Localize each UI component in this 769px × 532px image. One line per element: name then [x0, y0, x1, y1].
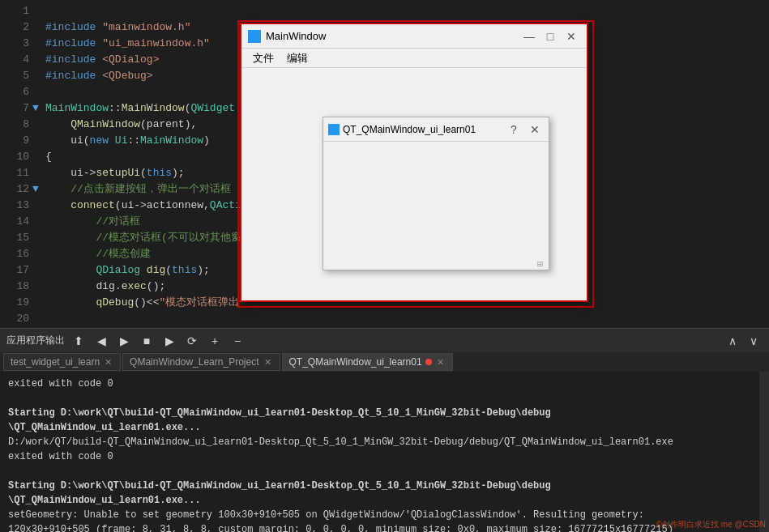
qt-dialog-title: QT_QMainWindow_ui_learn01	[343, 124, 505, 135]
output-line-7	[8, 464, 761, 479]
output-scrollbar[interactable]	[759, 372, 769, 532]
qt-dialog-controls: ? ✕	[505, 121, 544, 138]
output-line-4: \QT_QMainWindow_ui_learn01.exe...	[8, 420, 761, 435]
qt-dialog-resize-handle[interactable]: ⊞	[537, 258, 547, 268]
qt-dialog-body: ⊞	[323, 142, 549, 270]
qt-menu-file[interactable]: 文件	[246, 51, 280, 66]
output-line-5: D:/work/QT/build-QT_QMainWindow_ui_learn…	[8, 435, 761, 449]
tab-qmainwindow-learn-label: QMainWindow_Learn_Project	[130, 356, 258, 368]
qt-main-close-button[interactable]: ✕	[562, 28, 580, 45]
csdn-watermark: ©️创作明白求近找 me @CSDN	[656, 519, 766, 530]
toolbar-stop-button[interactable]: ■	[138, 332, 156, 350]
tab-qt-qmainwindow-label: QT_QMainWindow_ui_learn01	[289, 356, 422, 368]
tab-error-indicator	[425, 359, 432, 365]
qt-menubar: 文件 编辑	[241, 49, 587, 68]
qt-dialog-icon	[328, 124, 340, 135]
tab-qmainwindow-learn-close[interactable]: ✕	[263, 356, 273, 368]
qt-main-window[interactable]: MainWindow — □ ✕ 文件 编辑 QT_QMainWindow_ui…	[240, 23, 588, 302]
qt-main-maximize-button[interactable]: □	[541, 28, 559, 45]
line-numbers: 1 2 3 4 5 6 7 8 9 10 11 12 13 14 15 16 1…	[0, 0, 32, 328]
qt-main-minimize-button[interactable]: —	[520, 28, 538, 45]
tabs-area: test_widget_ui_learn ✕ QMainWindow_Learn…	[0, 352, 769, 372]
toolbar-expand-button[interactable]: ∨	[745, 332, 763, 350]
qt-main-body: QT_QMainWindow_ui_learn01 ? ✕ ⊞	[241, 68, 587, 299]
toolbar-right: ∧ ∨	[724, 332, 763, 350]
toolbar-play-button[interactable]: ▶	[160, 332, 178, 350]
output-line-10: setGeometry: Unable to set geometry 100x…	[8, 508, 761, 522]
output-line-8: Starting D:\work\QT\build-QT_QMainWindow…	[8, 479, 761, 493]
toolbar-remove-button[interactable]: −	[229, 332, 246, 350]
toolbar-collapse-button[interactable]: ∧	[724, 332, 741, 350]
toolbar-refresh-button[interactable]: ⟳	[183, 332, 201, 350]
qt-menu-edit[interactable]: 编辑	[280, 51, 314, 66]
qt-dialog-title-bar: QT_QMainWindow_ui_learn01 ? ✕	[323, 117, 549, 142]
output-line-2	[8, 391, 761, 406]
toolbar-label: 应用程序输出	[6, 334, 65, 347]
output-line-1: exited with code 0	[8, 377, 761, 391]
tab-qt-qmainwindow-active[interactable]: QT_QMainWindow_ui_learn01 ✕	[282, 353, 453, 371]
qt-dialog-close-button[interactable]: ✕	[526, 121, 544, 138]
output-line-6: exited with code 0	[8, 449, 761, 464]
tab-qt-qmainwindow-close[interactable]: ✕	[435, 356, 446, 368]
toolbar-prev-button[interactable]: ◀	[92, 332, 110, 350]
arrow-column: ▼ ▼	[32, 0, 45, 328]
tab-test-widget[interactable]: test_widget_ui_learn ✕	[3, 353, 121, 371]
tab-qmainwindow-learn[interactable]: QMainWindow_Learn_Project ✕	[122, 353, 280, 371]
output-line-11: 120x30+910+505 (frame: 8, 31, 8, 8, cust…	[8, 522, 761, 532]
toolbar-up-button[interactable]: ⬆	[70, 332, 88, 350]
toolbar-add-button[interactable]: +	[206, 332, 224, 350]
qt-main-window-controls: — □ ✕	[520, 28, 580, 45]
qt-main-title-bar: MainWindow — □ ✕	[241, 24, 587, 49]
qt-dialog-help-button[interactable]: ?	[505, 121, 523, 138]
qt-dialog[interactable]: QT_QMainWindow_ui_learn01 ? ✕ ⊞	[323, 117, 549, 270]
bottom-toolbar: 应用程序输出 ⬆ ◀ ▶ ■ ▶ ⟳ + − ∧ ∨	[0, 328, 769, 352]
output-line-3: Starting D:\work\QT\build-QT_QMainWindow…	[8, 406, 761, 420]
qt-main-window-icon	[248, 30, 261, 43]
output-panel[interactable]: exited with code 0 Starting D:\work\QT\b…	[0, 372, 769, 532]
output-line-9: \QT_QMainWindow_ui_learn01.exe...	[8, 493, 761, 508]
toolbar-next-button[interactable]: ▶	[115, 332, 133, 350]
qt-main-window-title: MainWindow	[266, 30, 520, 42]
tab-test-widget-label: test_widget_ui_learn	[11, 356, 100, 368]
tab-test-widget-close[interactable]: ✕	[103, 356, 113, 368]
